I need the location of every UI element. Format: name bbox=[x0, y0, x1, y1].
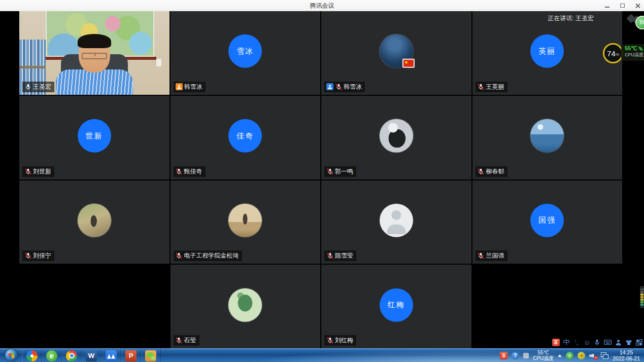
edge-meter-widget[interactable] bbox=[640, 286, 644, 308]
participant-name: 甄佳奇 bbox=[184, 167, 202, 176]
participant-tile[interactable]: 佳奇 甄佳奇 bbox=[171, 96, 321, 179]
close-button[interactable] bbox=[634, 2, 641, 9]
window-title: 腾讯会议 bbox=[0, 0, 644, 11]
participant-label: 郭一鸣 bbox=[324, 166, 356, 177]
participant-label: 刘红梅 bbox=[324, 335, 356, 346]
participant-tile[interactable]: 红梅 刘红梅 bbox=[321, 265, 471, 348]
taskbar-app-wechat[interactable] bbox=[141, 349, 161, 362]
person-shirt bbox=[56, 69, 133, 95]
participant-tile[interactable]: 电子工程学院金松琦 bbox=[171, 180, 321, 264]
tray-antivirus-icon[interactable] bbox=[566, 352, 573, 359]
participant-label: 柳春郁 bbox=[476, 166, 507, 177]
participant-tile[interactable]: 王圣宏 bbox=[19, 11, 170, 95]
cpu-temp-value: 55℃ bbox=[625, 45, 637, 52]
participant-tile[interactable]: 国强 兰国强 bbox=[472, 180, 623, 264]
participant-name: 刘世新 bbox=[33, 167, 51, 176]
avatar bbox=[380, 204, 413, 237]
participant-tile[interactable]: 世新 刘世新 bbox=[19, 96, 170, 179]
light-switch bbox=[156, 59, 161, 66]
browser-e-icon bbox=[46, 350, 57, 361]
participant-name: 郭一鸣 bbox=[335, 167, 353, 176]
mic-icon bbox=[176, 168, 183, 175]
tray-help-icon[interactable]: ? bbox=[512, 352, 519, 359]
restore-button[interactable] bbox=[619, 2, 626, 9]
participant-name: 王英丽 bbox=[486, 83, 504, 91]
participant-name: 电子工程学院金松琦 bbox=[184, 251, 239, 260]
minimize-icon bbox=[605, 7, 609, 8]
participant-tile[interactable]: 郭一鸣 bbox=[321, 96, 471, 179]
taskbar-left bbox=[0, 349, 161, 362]
participant-tile[interactable]: 雪冰 韩雪冰 bbox=[171, 11, 321, 95]
mic-icon bbox=[176, 252, 183, 260]
participant-label: 王英丽 bbox=[476, 82, 507, 92]
toolbox-grid-icon[interactable] bbox=[636, 338, 642, 346]
participant-label: 陈雪莹 bbox=[324, 250, 356, 261]
performance-ring-widget[interactable]: 74% bbox=[603, 43, 623, 63]
hidden-icons-chevron[interactable] bbox=[558, 354, 562, 357]
tray-sogou-icon[interactable]: S bbox=[500, 352, 507, 359]
shirt-skin-icon[interactable] bbox=[625, 338, 632, 346]
volume-muted-icon[interactable] bbox=[589, 352, 597, 359]
participant-name: 柳春郁 bbox=[486, 167, 504, 176]
avatar: 雪冰 bbox=[228, 34, 262, 68]
participant-tile[interactable]: 石莹 bbox=[171, 265, 321, 348]
user-type-badge bbox=[326, 83, 333, 90]
participant-tile[interactable]: 韩雪冰 bbox=[321, 11, 471, 95]
mic-icon bbox=[335, 83, 342, 90]
restore-icon bbox=[620, 4, 625, 8]
person-glasses bbox=[82, 53, 107, 59]
cpu-temp-widget[interactable]: 55℃ CPU温度 bbox=[621, 44, 644, 61]
taskbar-app-word[interactable] bbox=[82, 349, 101, 362]
taskbar-app-browser-e[interactable] bbox=[42, 349, 62, 362]
close-icon bbox=[635, 3, 640, 8]
participant-tile[interactable]: 陈雪莹 bbox=[321, 180, 471, 264]
tray-mini-icon[interactable] bbox=[523, 353, 529, 358]
person-hair bbox=[78, 34, 111, 48]
speaking-banner: 正在讲话: 王圣宏 bbox=[548, 14, 594, 23]
taskbar-app-chrome[interactable] bbox=[62, 349, 82, 362]
participant-label: 甄佳奇 bbox=[174, 166, 206, 177]
voice-input-icon[interactable] bbox=[594, 338, 600, 346]
participant-label: 刘世新 bbox=[22, 166, 54, 177]
sogou-logo-icon[interactable]: S bbox=[552, 339, 560, 346]
avatar: 世新 bbox=[78, 119, 111, 153]
window-controls bbox=[603, 0, 641, 11]
participant-name: 刘红梅 bbox=[335, 336, 353, 345]
mic-icon bbox=[176, 337, 183, 344]
participant-name: 石莹 bbox=[184, 336, 196, 345]
mic-icon bbox=[478, 83, 485, 90]
temp-score-badge[interactable]: 74 bbox=[635, 16, 644, 29]
pinwheel360-icon bbox=[26, 350, 38, 361]
tray-cpu-temp-value: 55℃ bbox=[533, 350, 554, 355]
tray-cpu-temp-label: CPU温度 bbox=[533, 355, 554, 361]
taskbar-app-meeting[interactable] bbox=[101, 349, 121, 362]
window-titlebar[interactable]: 腾讯会议 bbox=[0, 0, 644, 11]
keyboard-icon[interactable] bbox=[604, 338, 612, 346]
participant-name: 陈雪莹 bbox=[335, 251, 353, 260]
participant-tile[interactable]: 英丽 王英丽 bbox=[472, 11, 623, 95]
participant-label: 兰国强 bbox=[476, 250, 507, 261]
taskbar-clock[interactable]: 14:25 2022-06-21 bbox=[613, 349, 640, 361]
ime-mode-toggle[interactable]: 中 bbox=[563, 338, 570, 346]
tray-security-plus-icon[interactable] bbox=[578, 352, 585, 359]
participant-name: 王圣宏 bbox=[33, 83, 51, 91]
tray-cpu-temp[interactable]: 55℃ CPU温度 bbox=[533, 350, 554, 361]
avatar: 国强 bbox=[530, 204, 564, 237]
participant-name: 刘佳宁 bbox=[33, 251, 51, 260]
skin-person-icon[interactable] bbox=[615, 338, 622, 346]
participant-tile[interactable]: 柳春郁 bbox=[472, 96, 623, 179]
emoji-icon[interactable]: ☺ bbox=[584, 338, 590, 346]
ime-punctuation-toggle[interactable]: ’, bbox=[573, 338, 580, 346]
avatar: 英丽 bbox=[530, 34, 564, 68]
user-type-badge bbox=[176, 83, 183, 90]
avatar bbox=[228, 204, 262, 237]
participant-label: 电子工程学院金松琦 bbox=[174, 250, 242, 261]
taskbar-app-pinwheel360[interactable] bbox=[22, 349, 42, 362]
taskbar: S ? 55℃ CPU温度 14:25 2022-06-21 bbox=[0, 348, 644, 362]
network-icon[interactable] bbox=[601, 352, 608, 359]
minimize-button[interactable] bbox=[603, 2, 611, 9]
taskbar-app-powerpoint[interactable] bbox=[121, 349, 141, 362]
participant-tile[interactable]: 刘佳宁 bbox=[19, 180, 170, 264]
start-button[interactable] bbox=[0, 349, 22, 362]
avatar: 佳奇 bbox=[228, 119, 262, 153]
